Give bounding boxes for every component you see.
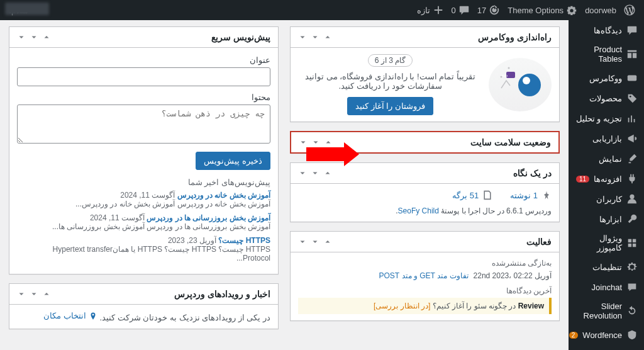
save-draft-button[interactable]: ذخیره پیش‌نویس — [196, 152, 270, 170]
select-location-link[interactable]: انتخاب مکان — [43, 311, 97, 320]
draft-date: آوریل 23, 2023 — [168, 236, 216, 245]
site-name-link[interactable]: doorweb — [581, 6, 620, 15]
panel-down-icon[interactable] — [30, 33, 38, 42]
draft-date: آگوست 11, 2024 — [120, 191, 175, 200]
admin-bar: doorweb Theme Options 17 0 تازه سلام، — [0, 0, 644, 20]
sidebar-item-15[interactable]: Duplicator — [569, 345, 644, 350]
sidebar-item-3[interactable]: محصولات — [569, 88, 644, 108]
panel-toggle-icon[interactable] — [298, 33, 307, 42]
new-content-link[interactable]: تازه — [413, 4, 448, 16]
panel-toggle-icon[interactable] — [298, 237, 307, 246]
svg-rect-11 — [506, 72, 515, 78]
sidebar-label: محصولات — [589, 94, 622, 103]
comment-icon — [626, 25, 638, 36]
panel-down-icon[interactable] — [311, 169, 319, 178]
wp-version-text: وردپرس 6.6.1 در حال اجرا با پوستهٔ — [439, 206, 552, 215]
sidebar-label: تجزیه و تحلیل — [576, 114, 622, 123]
woocommerce-setup-panel: راه‌اندازی ووکامرس woo گام 3 از 6 — [290, 26, 560, 122]
sidebar-item-10[interactable]: ویژوال کامپوزر — [569, 229, 644, 257]
woo-start-button[interactable]: فروشتان را آغاز کنید — [347, 97, 433, 115]
at-a-glance-panel: در یک نگاه 1 نوشته 51 برگه وردپرس 6.6.1 … — [290, 162, 560, 222]
panel-down-icon[interactable] — [311, 138, 320, 147]
panel-toggle-icon[interactable] — [298, 169, 307, 178]
panel-toggle-icon[interactable] — [299, 138, 308, 147]
sidebar-item-7[interactable]: افزونه‌ها11 — [569, 169, 644, 189]
sidebar-label: تنظیمات — [592, 262, 622, 272]
panel-toggle-icon[interactable] — [17, 290, 26, 298]
sidebar-item-5[interactable]: بازاریابی — [569, 128, 644, 149]
panel-up-icon[interactable] — [323, 33, 332, 42]
draft-content-textarea[interactable] — [17, 104, 270, 144]
panel-up-icon[interactable] — [42, 33, 51, 42]
pin-icon — [541, 190, 552, 200]
pages-count-link[interactable]: 51 برگه — [452, 190, 492, 200]
draft-link[interactable]: آموزش بخش بروزرسانی ها در وردپرس — [147, 213, 270, 222]
activity-post-link[interactable]: تفاوت متد GET و متد POST — [379, 271, 469, 280]
recently-published-label: به‌تازگی منتشرشده — [298, 259, 552, 268]
updates-link[interactable]: 17 — [474, 4, 504, 16]
location-icon — [89, 312, 97, 320]
draft-link[interactable]: HTTPS چیست؟ — [218, 236, 270, 245]
table-icon — [626, 48, 638, 60]
sidebar-item-9[interactable]: ابزارها — [569, 209, 644, 229]
panel-up-icon[interactable] — [324, 138, 333, 147]
svg-rect-5 — [628, 244, 631, 247]
pending-comment-row: Review در چگونه سئو را آغاز کنیم؟ [در ان… — [298, 298, 552, 314]
site-health-panel: وضعیت سلامت سایت — [290, 131, 560, 154]
sidebar-label: دیدگاه‌ها — [594, 26, 622, 35]
draft-item: HTTPS چیست؟ آوریل 23, 2023HTTPS چیست؟ HT… — [17, 236, 270, 262]
svg-point-10 — [523, 77, 530, 84]
draft-excerpt: آموزش بخش بروزرسانی ها در وردپرس آموزش ب… — [52, 222, 270, 231]
sidebar-label: ووکامرس — [589, 74, 622, 83]
draft-title-label: عنوان — [17, 55, 270, 65]
wordpress-icon — [624, 4, 635, 16]
sidebar-item-1[interactable]: Product Tables — [569, 40, 644, 68]
events-news-panel: اخبار و رویدادهای وردپرس در یکی از رویدا… — [9, 283, 279, 329]
sidebar-label: Product Tables — [575, 45, 622, 64]
sidebar-item-0[interactable]: دیدگاه‌ها — [569, 20, 644, 40]
draft-title-input[interactable] — [17, 67, 270, 86]
sidebar-label: افزونه‌ها — [594, 174, 622, 184]
svg-point-13 — [501, 76, 502, 77]
draft-item: آموزش بخش بروزرسانی ها در وردپرس آگوست 1… — [17, 213, 270, 231]
svg-point-14 — [508, 67, 510, 69]
draft-item: آموزش بخش خانه در وردپرس آگوست 11, 2024آ… — [17, 191, 270, 208]
theme-link[interactable]: SeoFy Child — [398, 206, 439, 215]
sidebar-item-13[interactable]: Slider Revolution — [569, 297, 644, 325]
events-title: اخبار و رویدادهای وردپرس — [51, 289, 270, 299]
chart-icon — [626, 113, 638, 124]
sidebar-item-4[interactable]: تجزیه و تحلیل — [569, 108, 644, 128]
svg-point-1 — [630, 96, 631, 98]
sidebar-item-14[interactable]: Wordfence2 — [569, 325, 644, 345]
theme-options-link[interactable]: Theme Options — [504, 4, 581, 16]
sidebar-item-6[interactable]: نمایش — [569, 149, 644, 169]
sidebar-label: کاربران — [596, 195, 622, 204]
comments-link[interactable]: 0 — [448, 4, 474, 16]
wp-logo-link[interactable] — [620, 4, 639, 16]
svg-point-9 — [518, 74, 541, 96]
woo-step-badge: گام 3 از 6 — [368, 54, 413, 67]
panel-up-icon[interactable] — [323, 237, 332, 246]
draft-content-label: محتوا — [17, 93, 270, 102]
panel-up-icon[interactable] — [323, 169, 332, 178]
recent-drafts-header: پیش‌نویس‌های اخیر شما — [17, 178, 270, 187]
panel-down-icon[interactable] — [30, 290, 38, 298]
sidebar-item-8[interactable]: کاربران — [569, 189, 644, 209]
svg-rect-4 — [633, 239, 636, 242]
sidebar-label: ویژوال کامپوزر — [575, 234, 622, 252]
panel-down-icon[interactable] — [311, 33, 319, 42]
sidebar-item-12[interactable]: Joinchat — [569, 277, 644, 297]
draft-link[interactable]: آموزش بخش خانه در وردپرس — [177, 191, 270, 200]
brush-icon — [626, 153, 638, 164]
sidebar-item-2[interactable]: ووکامرس — [569, 68, 644, 88]
posts-count-link[interactable]: 1 نوشته — [510, 190, 552, 200]
panel-up-icon[interactable] — [42, 290, 51, 298]
sidebar-item-11[interactable]: تنظیمات — [569, 257, 644, 277]
panel-down-icon[interactable] — [311, 237, 319, 246]
panel-toggle-icon[interactable] — [17, 33, 26, 42]
sidebar-label: Wordfence — [582, 330, 622, 340]
svg-point-2 — [630, 195, 634, 199]
draft-excerpt: HTTPS چیست؟ HTTPS چیست؟ HTTPS یا همانHyp… — [53, 245, 270, 262]
plus-icon — [433, 4, 444, 16]
sidebar-label: نمایش — [599, 154, 622, 164]
